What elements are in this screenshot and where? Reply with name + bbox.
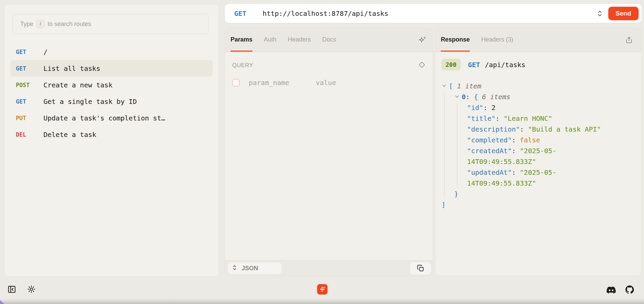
route-label: Update a task's completion st… (43, 114, 165, 122)
search-placeholder-suffix: to search routes (48, 21, 91, 28)
chevron-up-down-icon (232, 264, 237, 272)
body-format-select[interactable]: JSON (228, 262, 282, 274)
param-name-input[interactable] (248, 78, 315, 87)
route-search-input[interactable]: Type / to search routes (12, 14, 209, 34)
api-playground-app: Type / to search routes GET/GETList all … (0, 0, 644, 304)
tab-headers[interactable]: Headers (288, 28, 311, 52)
route-item[interactable]: POSTCreate a new task (10, 77, 213, 93)
json-tree-line: 0: { 6 items (441, 91, 637, 102)
github-icon[interactable] (625, 285, 634, 295)
query-param-row (232, 78, 433, 87)
slash-keycap: / (36, 20, 44, 28)
query-section-header: QUERY (232, 61, 426, 70)
body-format-footer: JSON (225, 260, 433, 276)
json-tree-line: "title": "Learn HONC" (441, 113, 637, 124)
json-tree-line: "updatedAt": "2025-05- (441, 167, 637, 178)
main-area: GET http://localhost:8787/api/tasks Send… (225, 4, 642, 276)
response-method: GET (468, 61, 480, 69)
indent-guide (457, 103, 457, 187)
tab-response[interactable]: Response (441, 28, 470, 52)
json-tree-line: ] (441, 199, 637, 210)
route-label: Delete a task (43, 131, 96, 139)
route-item[interactable]: GETList all tasks (10, 60, 213, 77)
search-placeholder-prefix: Type (20, 21, 33, 28)
json-tree-line: "createdAt": "2025-05- (441, 145, 637, 156)
route-label: Get a single task by ID (43, 98, 137, 106)
route-item[interactable]: GET/ (10, 44, 213, 60)
route-label: List all tasks (43, 64, 100, 73)
routes-sidebar: Type / to search routes GET/GETList all … (4, 4, 219, 277)
bottom-toolbar (0, 277, 644, 304)
tab-headers-3[interactable]: Headers (3) (481, 28, 513, 52)
route-item[interactable]: GETGet a single task by ID (10, 93, 213, 110)
send-button[interactable]: Send (608, 7, 639, 20)
route-item[interactable]: PUTUpdate a task's completion st… (10, 110, 213, 126)
share-icon[interactable] (625, 36, 633, 46)
json-tree-line: } (441, 189, 637, 199)
tab-docs[interactable]: Docs (322, 28, 336, 52)
copy-button[interactable] (410, 262, 431, 275)
json-tree-line: "description": "Build a task API" (441, 124, 637, 135)
request-url-input[interactable]: http://localhost:8787/api/tasks (263, 9, 596, 18)
tab-auth[interactable]: Auth (264, 28, 276, 52)
request-method-select[interactable]: GET (234, 9, 246, 18)
request-tabbar: ParamsAuthHeadersDocs (225, 28, 433, 52)
gear-icon[interactable] (27, 285, 36, 295)
discord-icon[interactable] (607, 285, 616, 296)
route-method: PUT (16, 115, 43, 121)
response-status-row: 200 GET /api/tasks (441, 59, 637, 71)
json-tree: [ 1 item0: { 6 items"id": 2"title": "Lea… (441, 81, 637, 210)
response-tabbar: ResponseHeaders (3) (435, 28, 641, 52)
status-badge: 200 (441, 59, 461, 71)
route-label: Create a new task (43, 81, 113, 89)
request-panel: ParamsAuthHeadersDocs QUERY (225, 28, 433, 276)
sparkles-icon[interactable] (418, 36, 427, 46)
route-item[interactable]: DELDelete a task (10, 126, 213, 143)
route-method: POST (16, 82, 43, 88)
chevron-up-down-icon[interactable] (597, 10, 603, 17)
copy-icon (417, 264, 425, 272)
request-url-bar: GET http://localhost:8787/api/tasks Send (225, 4, 642, 23)
response-panel: ResponseHeaders (3) 200 GET /api/tasks [… (435, 28, 642, 276)
route-list: GET/GETList all tasksPOSTCreate a new ta… (10, 44, 213, 143)
route-method: GET (16, 98, 43, 105)
route-method: DEL (16, 131, 43, 138)
route-method: GET (16, 49, 43, 55)
param-value-input[interactable] (315, 78, 384, 87)
fiberplane-logo (317, 284, 328, 296)
route-label: / (43, 48, 48, 56)
json-tree-line: "id": 2 (441, 102, 637, 113)
json-tree-line: [ 1 item (441, 81, 637, 91)
body-format-value: JSON (242, 265, 258, 272)
json-tree-line: 14T09:49:55.833Z" (441, 178, 637, 189)
route-method: GET (16, 65, 43, 72)
param-enabled-checkbox[interactable] (232, 79, 240, 86)
response-content: 200 GET /api/tasks [ 1 item0: { 6 items"… (435, 52, 641, 210)
chevron-down-icon[interactable] (454, 91, 462, 102)
eraser-icon[interactable] (418, 61, 426, 70)
json-tree-line: 14T09:49:55.833Z" (441, 156, 637, 167)
indent-guide (444, 92, 444, 197)
chevron-down-icon[interactable] (441, 81, 449, 91)
json-tree-line: "completed": false (441, 135, 637, 145)
panel-collapse-icon[interactable] (7, 285, 16, 295)
panel-group: ParamsAuthHeadersDocs QUERY (225, 28, 642, 276)
query-section-label: QUERY (232, 62, 253, 69)
tab-params[interactable]: Params (231, 28, 252, 52)
response-path: /api/tasks (485, 61, 525, 69)
